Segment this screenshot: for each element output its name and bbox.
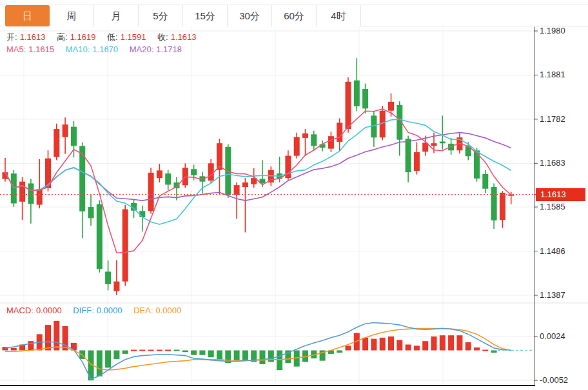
price-axis-tick: 1.1881: [540, 70, 565, 79]
diff-label: DIFF:: [73, 306, 94, 315]
diff-value: 0.0000: [97, 306, 122, 315]
close-label: 收:: [157, 32, 168, 42]
open-value: 1.1613: [20, 32, 46, 42]
open-label: 开:: [6, 32, 17, 42]
ma5-label: MA5:: [6, 44, 26, 54]
dea-label: DEA:: [133, 306, 153, 315]
ma10-value: 1.1670: [92, 44, 118, 54]
high-value: 1.1619: [70, 32, 96, 42]
ma10-label: MA10:: [66, 44, 90, 54]
price-axis-tick: 1.1486: [540, 246, 565, 256]
ma-legend: MA5:1.1615 MA10:1.1670 MA20:1.1718: [6, 44, 184, 54]
ohlc-legend: 开:1.1613 高:1.1619 低:1.1591 收:1.1613: [6, 32, 199, 43]
kline-chart-app: 日 周 月 5分 15分 30分 60分 4时 开:1.1613 高:1.161…: [0, 0, 588, 390]
macd-legend: MACD:0.0000 DIFF:0.0000 DEA:0.0000: [6, 306, 184, 315]
low-label: 低:: [107, 32, 118, 42]
ma5-value: 1.1615: [28, 44, 54, 54]
high-label: 高:: [57, 32, 68, 42]
ma20-value: 1.1718: [156, 44, 182, 54]
last-price-badge: 1.1613: [536, 188, 585, 201]
price-axis-tick: 1.1683: [540, 158, 565, 168]
macd-value: 0.0000: [36, 306, 62, 315]
macd-axis-tick: 0.0024: [540, 331, 565, 341]
macd-axis-tick: -0.0052: [540, 375, 568, 385]
price-axis-tick: 1.1782: [540, 114, 565, 124]
price-axis-tick: 1.1387: [540, 290, 565, 300]
close-value: 1.1613: [171, 32, 197, 42]
price-axis-tick: 1.1980: [540, 26, 565, 35]
dea-value: 0.0000: [156, 306, 182, 315]
price-axis-tick: 1.1585: [540, 202, 565, 211]
candlestick-chart-canvas[interactable]: [0, 0, 588, 390]
macd-label: MACD:: [6, 306, 34, 315]
low-value: 1.1591: [121, 32, 146, 42]
ma20-label: MA20:: [130, 44, 154, 54]
